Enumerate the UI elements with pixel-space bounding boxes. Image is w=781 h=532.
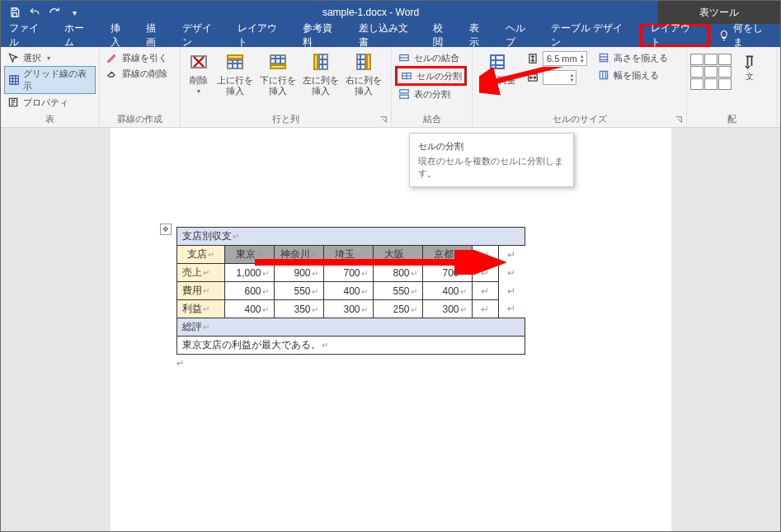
eraser-icon (106, 67, 119, 80)
split-cells-button[interactable]: セルの分割 (395, 66, 467, 86)
insert-above-button[interactable]: 上に行を 挿入 (214, 49, 256, 97)
height-icon (526, 52, 539, 65)
tell-me-label: 何をしま (733, 21, 772, 49)
text-direction-button[interactable]: 文 (738, 54, 761, 83)
tab-draw[interactable]: 描画 (138, 24, 174, 47)
table-move-handle-icon[interactable]: ✥ (160, 224, 172, 235)
dialog-launcher-icon[interactable] (675, 115, 685, 125)
pointer-icon (7, 51, 20, 64)
tab-help[interactable]: ヘルプ (497, 24, 543, 47)
height-value: 6.5 mm (547, 54, 577, 64)
tab-mailings[interactable]: 差し込み文書 (351, 24, 426, 47)
group-alignment: 文 配 (687, 47, 778, 127)
annotation-arrow-2 (251, 250, 506, 275)
eraser-button[interactable]: 罫線の削除 (103, 66, 170, 81)
tab-review[interactable]: 校閲 (425, 24, 461, 47)
group-rows-cols: 削除▾ 上に行を 挿入 下に行を 挿入 左に列を 挿入 右に列を 挿入 行と列 (181, 47, 392, 127)
table-summary-header-row[interactable]: 総評↵ (176, 318, 525, 337)
svg-rect-0 (13, 8, 16, 11)
quick-access-toolbar: ▾ (1, 3, 83, 21)
svg-line-22 (487, 67, 652, 83)
summary-header: 総評 (182, 321, 202, 332)
tooltip-body: 現在のセルを複数のセルに分割します。 (418, 155, 565, 180)
page: ✥ 支店別収支↵ 支店↵ 東京↵ 神奈川↵ 埼玉↵ 大阪↵ 京都↵ ↵ ↵ 売上… (111, 128, 671, 532)
group-alignment-label: 配 (690, 112, 774, 127)
save-icon[interactable] (6, 3, 24, 21)
align-ml-button[interactable] (690, 66, 703, 78)
text-direction-label: 文 (746, 72, 754, 82)
align-mc-button[interactable] (704, 66, 717, 78)
select-button[interactable]: 選択▾ (4, 50, 96, 65)
insert-left-icon (309, 50, 332, 73)
title-bar: ▾ sample-1.docx - Word 表ツール (1, 1, 780, 24)
tell-me[interactable]: 何をしま (710, 24, 780, 47)
properties-button[interactable]: プロパティ (4, 95, 96, 110)
merge-cells-label: セルの結合 (414, 52, 459, 64)
insert-below-label: 下に行を 挿入 (260, 75, 296, 96)
para-mark-icon: ↵ (176, 358, 671, 369)
gridlines-label: グリッド線の表示 (23, 68, 92, 92)
align-mr-button[interactable] (718, 66, 732, 78)
draw-table-button[interactable]: 罫線を引く (103, 50, 170, 65)
group-draw-label: 罫線の作成 (103, 112, 176, 127)
align-tc-button[interactable] (704, 54, 717, 65)
para-mark-icon: ↵ (233, 232, 239, 241)
svg-rect-15 (400, 90, 409, 93)
view-gridlines-button[interactable]: グリッド線の表示 (4, 66, 96, 94)
qat-customize-icon[interactable]: ▾ (65, 3, 83, 21)
insert-right-button[interactable]: 右に列を 挿入 (342, 49, 385, 97)
table-title-row[interactable]: 支店別収支↵ (176, 228, 525, 246)
group-cell-size-label: セルのサイズ (476, 112, 683, 127)
document-title: sample-1.docx - Word (83, 7, 658, 18)
col-header-0[interactable]: 支店↵ (176, 246, 224, 264)
tab-view[interactable]: 表示 (461, 24, 497, 47)
undo-icon[interactable] (26, 3, 44, 21)
ribbon: 選択▾ グリッド線の表示 プロパティ 表 罫線を引く 罫線の削除 罫線の作成 削… (1, 47, 780, 128)
tooltip-title: セルの分割 (418, 140, 565, 153)
split-cells-label: セルの分割 (416, 70, 462, 82)
tab-table-layout[interactable]: レイアウト (640, 24, 710, 47)
row-height-field[interactable]: 6.5 mm▲▼ (524, 50, 590, 67)
eraser-label: 罫線の削除 (122, 68, 167, 80)
distribute-rows-button[interactable]: 高さを揃える (595, 50, 670, 65)
svg-rect-16 (400, 95, 409, 98)
grid-icon (7, 73, 20, 87)
tab-layout[interactable]: レイアウト (229, 24, 294, 47)
properties-icon (7, 96, 20, 109)
insert-below-button[interactable]: 下に行を 挿入 (256, 49, 299, 97)
insert-left-button[interactable]: 左に列を 挿入 (299, 49, 342, 97)
align-tr-button[interactable] (718, 54, 732, 65)
alignment-grid[interactable] (690, 54, 732, 90)
tab-insert[interactable]: 挿入 (102, 24, 139, 47)
align-tl-button[interactable] (690, 54, 703, 65)
spinner-icon[interactable]: ▲▼ (580, 54, 585, 64)
delete-button[interactable]: 削除▾ (184, 49, 214, 97)
data-table[interactable]: 支店別収支↵ 支店↵ 東京↵ 神奈川↵ 埼玉↵ 大阪↵ 京都↵ ↵ ↵ 売上↵ … (176, 227, 525, 355)
delete-icon (187, 50, 210, 73)
tab-references[interactable]: 参考資料 (294, 24, 350, 47)
align-br-button[interactable] (718, 78, 732, 90)
svg-rect-10 (314, 54, 318, 69)
split-table-button[interactable]: 表の分割 (395, 87, 467, 101)
table-row[interactable]: 利益↵ 400↵ 350↵ 300↵ 250↵ 300↵ ↵↵ (176, 300, 525, 318)
svg-rect-6 (228, 55, 242, 59)
summary-body: 東京支店の利益が最大である。 (182, 339, 321, 351)
merge-cells-button[interactable]: セルの結合 (395, 50, 467, 65)
tab-file[interactable]: ファイル (1, 24, 56, 47)
dialog-launcher-icon[interactable] (379, 115, 389, 125)
insert-right-icon (352, 50, 375, 73)
tab-home[interactable]: ホーム (56, 24, 101, 47)
table-row[interactable]: 費用↵ 600↵ 550↵ 400↵ 550↵ 400↵ ↵↵ (176, 282, 525, 300)
group-draw-borders: 罫線を引く 罫線の削除 罫線の作成 (100, 47, 181, 127)
tab-table-design[interactable]: テーブル デザイン (543, 24, 640, 47)
align-bc-button[interactable] (704, 78, 717, 90)
tooltip: セルの分割 現在のセルを複数のセルに分割します。 (409, 133, 574, 187)
redo-icon[interactable] (45, 3, 64, 21)
table-title: 支店別収支 (182, 230, 232, 242)
table-summary-row[interactable]: 東京支店の利益が最大である。↵ (176, 337, 525, 355)
chevron-down-icon: ▾ (47, 54, 50, 62)
split-table-label: 表の分割 (414, 88, 450, 101)
tab-design[interactable]: デザイン (174, 24, 229, 47)
align-bl-button[interactable] (690, 78, 703, 90)
group-merge-label: 結合 (395, 112, 468, 127)
